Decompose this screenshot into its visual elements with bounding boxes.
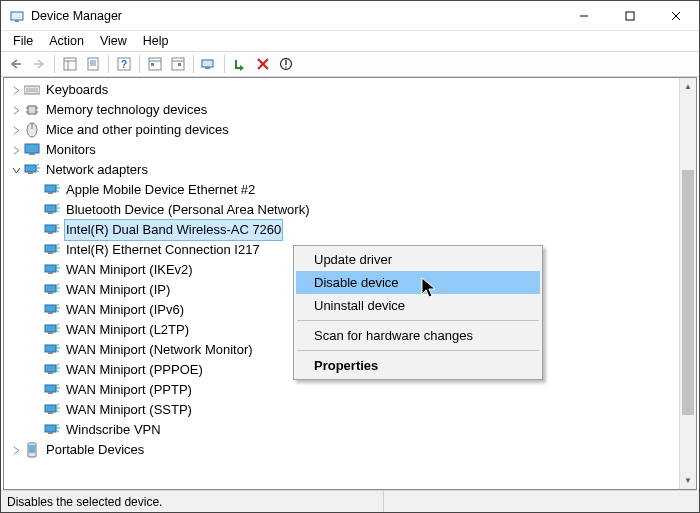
show-hide-tree-button[interactable] <box>59 53 81 75</box>
tree-label: Monitors <box>44 140 98 160</box>
tree-label: Intel(R) Ethernet Connection I217 <box>64 240 262 260</box>
chevron-right-icon[interactable] <box>8 122 24 138</box>
svg-rect-70 <box>29 445 35 453</box>
svg-rect-22 <box>178 63 181 66</box>
minimize-button[interactable] <box>561 1 607 30</box>
network-adapter-icon <box>44 322 60 338</box>
vertical-scrollbar[interactable]: ▲ ▼ <box>679 78 696 489</box>
tree-node-keyboards[interactable]: Keyboards <box>4 80 696 100</box>
toolbar: ? <box>1 51 699 77</box>
tree-node-net-adapter[interactable]: Intel(R) Dual Band Wireless-AC 7260 <box>4 220 696 240</box>
tree-label: WAN Miniport (IPv6) <box>64 300 186 320</box>
chevron-right-icon[interactable] <box>8 102 24 118</box>
tree-node-net-adapter[interactable]: Apple Mobile Device Ethernet #2 <box>4 180 696 200</box>
chevron-down-icon[interactable] <box>8 162 24 178</box>
svg-rect-39 <box>25 144 39 153</box>
svg-rect-50 <box>48 252 53 254</box>
svg-rect-46 <box>48 212 53 214</box>
menu-action[interactable]: Action <box>41 32 92 50</box>
menu-file[interactable]: File <box>5 32 41 50</box>
update-driver-button[interactable] <box>198 53 220 75</box>
forward-button[interactable] <box>28 53 50 75</box>
context-uninstall-device[interactable]: Uninstall device <box>296 294 540 317</box>
status-spacer <box>384 491 693 512</box>
maximize-button[interactable] <box>607 1 653 30</box>
scroll-track[interactable] <box>680 95 696 472</box>
mouse-icon <box>24 122 40 138</box>
tree-label: WAN Miniport (Network Monitor) <box>64 340 255 360</box>
svg-rect-32 <box>28 106 36 114</box>
network-adapter-icon <box>44 342 60 358</box>
tree-node-network-adapters[interactable]: Network adapters <box>4 160 696 180</box>
chevron-right-icon[interactable] <box>8 142 24 158</box>
svg-rect-40 <box>29 153 35 155</box>
svg-rect-11 <box>88 58 98 70</box>
scroll-up-button[interactable]: ▲ <box>680 78 696 95</box>
tree-node-monitors[interactable]: Monitors <box>4 140 696 160</box>
tree-label: Network adapters <box>44 160 150 180</box>
svg-rect-62 <box>48 372 53 374</box>
svg-rect-17 <box>149 58 161 70</box>
tree-node-net-adapter[interactable]: WAN Miniport (PPTP) <box>4 380 696 400</box>
uninstall-device-button[interactable] <box>275 53 297 75</box>
tree-node-net-adapter[interactable]: WAN Miniport (SSTP) <box>4 400 696 420</box>
context-menu: Update driver Disable device Uninstall d… <box>293 245 543 380</box>
svg-rect-58 <box>48 332 53 334</box>
svg-rect-29 <box>24 86 40 94</box>
network-adapter-icon <box>44 302 60 318</box>
chevron-right-icon[interactable] <box>8 82 24 98</box>
svg-rect-0 <box>11 12 23 20</box>
tree-node-mice[interactable]: Mice and other pointing devices <box>4 120 696 140</box>
tree-label: WAN Miniport (PPPOE) <box>64 360 205 380</box>
svg-rect-24 <box>205 67 210 69</box>
network-adapter-icon <box>44 382 60 398</box>
tree-label: Memory technology devices <box>44 100 209 120</box>
statusbar: Disables the selected device. <box>1 490 699 512</box>
tree-node-memory-tech[interactable]: Memory technology devices <box>4 100 696 120</box>
close-button[interactable] <box>653 1 699 30</box>
network-adapter-icon <box>44 402 60 418</box>
tree-node-net-adapter[interactable]: Windscribe VPN <box>4 420 696 440</box>
portable-device-icon <box>24 442 40 458</box>
context-properties[interactable]: Properties <box>296 354 540 377</box>
help-button[interactable]: ? <box>113 53 135 75</box>
network-adapter-icon <box>24 162 40 178</box>
svg-rect-1 <box>15 20 19 22</box>
svg-rect-42 <box>28 172 33 174</box>
tree-label: Keyboards <box>44 80 110 100</box>
chip-icon <box>24 102 40 118</box>
network-adapter-icon <box>44 422 60 438</box>
network-adapter-icon <box>44 362 60 378</box>
svg-rect-65 <box>45 405 56 412</box>
svg-rect-19 <box>151 63 154 66</box>
menu-help[interactable]: Help <box>135 32 177 50</box>
scroll-thumb[interactable] <box>682 170 694 415</box>
network-adapter-icon <box>44 262 60 278</box>
status-text: Disables the selected device. <box>7 491 384 512</box>
view-resources-button[interactable] <box>167 53 189 75</box>
tree-node-portable[interactable]: Portable Devices <box>4 440 696 460</box>
properties-button[interactable] <box>82 53 104 75</box>
disable-device-button[interactable] <box>252 53 274 75</box>
toolbar-separator <box>193 55 194 73</box>
keyboard-icon <box>24 82 40 98</box>
svg-rect-51 <box>45 265 56 272</box>
tree-label: Bluetooth Device (Personal Area Network) <box>64 200 312 220</box>
view-devices-button[interactable] <box>144 53 166 75</box>
chevron-right-icon[interactable] <box>8 442 24 458</box>
context-disable-device[interactable]: Disable device <box>296 271 540 294</box>
network-adapter-icon <box>44 282 60 298</box>
menu-view[interactable]: View <box>92 32 135 50</box>
svg-rect-53 <box>45 285 56 292</box>
scroll-down-button[interactable]: ▼ <box>680 472 696 489</box>
svg-rect-41 <box>25 165 36 172</box>
context-update-driver[interactable]: Update driver <box>296 248 540 271</box>
context-scan-hardware[interactable]: Scan for hardware changes <box>296 324 540 347</box>
svg-rect-48 <box>48 232 53 234</box>
svg-point-28 <box>285 66 287 68</box>
network-adapter-icon <box>44 202 60 218</box>
enable-device-button[interactable] <box>229 53 251 75</box>
svg-rect-47 <box>45 225 56 232</box>
back-button[interactable] <box>5 53 27 75</box>
tree-node-net-adapter[interactable]: Bluetooth Device (Personal Area Network) <box>4 200 696 220</box>
